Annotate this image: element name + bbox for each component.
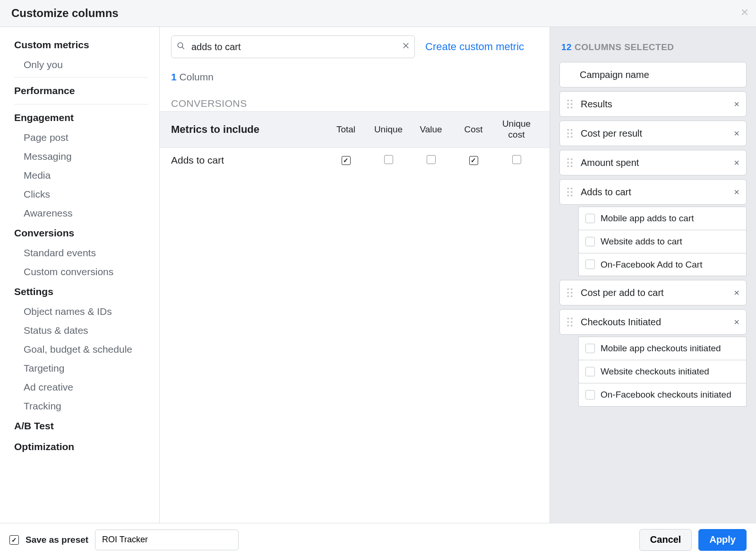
sidebar-item[interactable]: Tracking	[14, 397, 148, 416]
svg-point-17	[571, 158, 573, 160]
sidebar-group-title[interactable]: Performance	[14, 80, 148, 101]
sidebar-item[interactable]: Goal, budget & schedule	[14, 340, 148, 359]
metric-checkbox[interactable]	[342, 156, 351, 165]
sidebar-item[interactable]: Targeting	[14, 359, 148, 378]
sidebar-item[interactable]: Clicks	[14, 185, 148, 204]
selected-column[interactable]: Cost per result×	[559, 121, 747, 146]
svg-point-28	[567, 288, 569, 290]
dialog-header: Customize columns ×	[0, 0, 756, 27]
search-icon	[177, 42, 185, 52]
svg-point-16	[567, 158, 569, 160]
selected-column-sub[interactable]: Mobile app adds to cart	[578, 207, 747, 230]
sidebar-item[interactable]: Object names & IDs	[14, 302, 148, 321]
drag-handle-icon[interactable]	[567, 288, 574, 297]
sub-label: On-Facebook Add to Cart	[601, 259, 702, 270]
metric-checkbox[interactable]	[427, 155, 436, 164]
search-input[interactable]	[171, 35, 415, 58]
drag-handle-icon[interactable]	[567, 129, 574, 138]
sidebar-item[interactable]: Ad creative	[14, 378, 148, 397]
sidebar-item[interactable]: Page post	[14, 128, 148, 147]
sidebar-item[interactable]: Awareness	[14, 204, 148, 223]
drag-handle-icon[interactable]	[567, 99, 574, 109]
sub-checkbox[interactable]	[585, 344, 595, 353]
svg-point-38	[567, 325, 569, 327]
svg-point-4	[567, 100, 569, 102]
remove-column-icon[interactable]: ×	[730, 187, 739, 198]
sidebar-group-title[interactable]: Settings	[14, 281, 148, 302]
svg-point-29	[571, 288, 573, 290]
drag-handle-icon[interactable]	[567, 158, 574, 167]
apply-button[interactable]: Apply	[698, 529, 747, 551]
cancel-button[interactable]: Cancel	[639, 529, 692, 551]
svg-point-27	[571, 195, 573, 197]
sub-checkbox[interactable]	[585, 214, 595, 223]
metrics-table: Metrics to include Total Unique Value Co…	[160, 111, 550, 173]
selected-column[interactable]: Adds to cart×	[559, 179, 747, 205]
selected-column[interactable]: Amount spent×	[559, 150, 747, 175]
sub-checkbox[interactable]	[585, 237, 595, 246]
remove-column-icon[interactable]: ×	[730, 287, 739, 298]
svg-point-8	[567, 107, 569, 109]
selected-column[interactable]: Checkouts Initiated×	[559, 309, 747, 335]
remove-column-icon[interactable]: ×	[730, 128, 739, 139]
selected-column-sublist: Mobile app adds to cartWebsite adds to c…	[578, 207, 747, 276]
sidebar-group-title[interactable]: Conversions	[14, 223, 148, 243]
svg-point-13	[571, 132, 573, 134]
sub-label: Website adds to cart	[601, 236, 682, 247]
selected-column-sub[interactable]: Website adds to cart	[578, 230, 747, 253]
metric-checkbox[interactable]	[384, 155, 393, 164]
selected-column[interactable]: Results×	[559, 91, 747, 117]
remove-column-icon[interactable]: ×	[730, 317, 739, 328]
svg-point-18	[567, 162, 569, 164]
selected-column-sub[interactable]: On-Facebook Add to Cart	[578, 253, 747, 277]
sidebar-group-title[interactable]: Optimization	[14, 436, 148, 457]
sidebar-group-title[interactable]: A/B Test	[14, 416, 148, 436]
sub-checkbox[interactable]	[585, 367, 595, 376]
sidebar-item[interactable]: Media	[14, 166, 148, 185]
metric-checkbox[interactable]	[512, 155, 521, 164]
selected-column[interactable]: Cost per add to cart×	[559, 280, 747, 305]
remove-column-icon[interactable]: ×	[730, 99, 739, 110]
sidebar-item[interactable]: Custom conversions	[14, 262, 148, 281]
category-sidebar: Custom metricsOnly youPerformanceEngagem…	[0, 27, 160, 523]
save-as-preset-checkbox[interactable]	[9, 535, 19, 545]
svg-point-37	[571, 321, 573, 323]
selected-column-sub[interactable]: Website checkouts initiated	[578, 360, 747, 383]
drag-handle-icon[interactable]	[567, 317, 574, 327]
svg-point-31	[571, 292, 573, 294]
remove-column-icon[interactable]: ×	[730, 157, 739, 168]
selected-column[interactable]: Campaign name	[559, 62, 747, 87]
selected-columns-panel: 12 COLUMNS SELECTED Campaign nameResults…	[550, 27, 756, 523]
selected-column-sub[interactable]: On-Facebook checkouts initiated	[578, 383, 747, 407]
selected-column-label: Results	[581, 98, 730, 110]
svg-point-14	[567, 136, 569, 138]
sub-checkbox[interactable]	[585, 390, 595, 400]
sidebar-item[interactable]: Status & dates	[14, 321, 148, 340]
metric-checkbox[interactable]	[469, 156, 478, 165]
sidebar-group-title[interactable]: Engagement	[14, 107, 148, 128]
svg-point-30	[567, 292, 569, 294]
sidebar-item[interactable]: Standard events	[14, 243, 148, 262]
close-icon[interactable]: ×	[741, 5, 748, 20]
clear-search-icon[interactable]	[402, 42, 410, 52]
selected-column-sublist: Mobile app checkouts initiatedWebsite ch…	[578, 337, 747, 406]
dialog-footer: Save as preset Cancel Apply	[0, 523, 756, 556]
svg-point-22	[567, 188, 569, 190]
sidebar-item[interactable]: Only you	[14, 55, 148, 74]
selected-column-label: Checkouts Initiated	[581, 316, 730, 328]
svg-point-9	[571, 107, 573, 109]
search-field	[171, 35, 415, 58]
sidebar-group-title[interactable]: Custom metrics	[14, 35, 148, 55]
sidebar-divider	[14, 77, 148, 78]
preset-name-input[interactable]	[95, 530, 239, 550]
drag-handle-icon[interactable]	[567, 187, 574, 197]
svg-point-5	[571, 100, 573, 102]
metrics-row: Adds to cart	[160, 148, 550, 173]
category-label: CONVERSIONS	[160, 87, 550, 111]
create-custom-metric-link[interactable]: Create custom metric	[425, 41, 524, 53]
sidebar-item[interactable]: Messaging	[14, 147, 148, 166]
svg-point-15	[571, 136, 573, 138]
svg-point-25	[571, 191, 573, 193]
sub-checkbox[interactable]	[585, 260, 595, 269]
selected-column-sub[interactable]: Mobile app checkouts initiated	[578, 337, 747, 360]
